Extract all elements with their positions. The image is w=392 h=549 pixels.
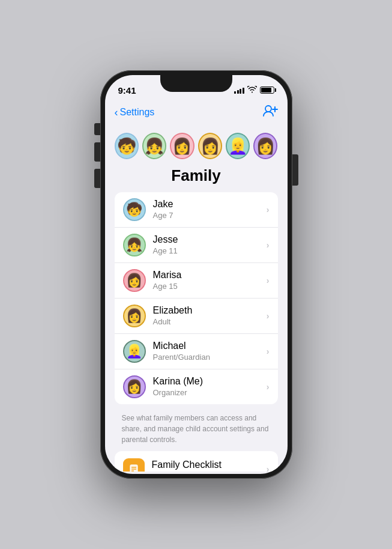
- michael-role: Parent/Guardian: [153, 353, 267, 363]
- karina-info: Karina (Me) Organizer: [153, 375, 267, 398]
- family-members-list: 🧒 Jake Age 7 › 👧 Jesse Age 11 ›: [115, 192, 278, 404]
- jesse-avatar: 👧: [123, 234, 146, 256]
- avatar-row: 🧒 👧 👩 👩 👱‍♀️ 👩: [105, 126, 288, 164]
- back-label: Settings: [120, 107, 155, 118]
- status-icons: [234, 86, 274, 95]
- jake-avatar: 🧒: [123, 198, 146, 221]
- michael-chevron-icon: ›: [267, 347, 270, 356]
- phone-frame: 9:41: [100, 70, 292, 479]
- member-jesse[interactable]: 👧 Jesse Age 11 ›: [115, 228, 278, 263]
- family-checklist-card[interactable]: Family Checklist All set ›: [115, 451, 278, 472]
- elizabeth-chevron-icon: ›: [267, 311, 270, 321]
- family-checklist-name: Family Checklist: [152, 460, 267, 470]
- marisa-role: Age 15: [153, 282, 267, 292]
- family-checklist-sub: All set: [152, 470, 267, 472]
- svg-point-0: [265, 106, 271, 112]
- avatar-jake: 🧒: [115, 133, 139, 159]
- jesse-name: Jesse: [153, 234, 267, 246]
- jake-role: Age 7: [153, 211, 267, 221]
- marisa-chevron-icon: ›: [267, 276, 270, 285]
- avatar-michael: 👱‍♀️: [226, 133, 250, 159]
- scroll-content[interactable]: 🧒 👧 👩 👩 👱‍♀️ 👩 Family 🧒 Jake Age 7 ›: [105, 126, 288, 472]
- phone-screen: 9:41: [105, 75, 288, 474]
- family-checklist-icon: [123, 458, 145, 472]
- volume-down-button: [94, 169, 100, 188]
- elizabeth-role: Adult: [153, 317, 267, 327]
- jake-info: Jake Age 7: [153, 198, 267, 221]
- member-michael[interactable]: 👱‍♀️ Michael Parent/Guardian ›: [115, 334, 278, 369]
- elizabeth-info: Elizabeth Adult: [153, 305, 267, 327]
- michael-name: Michael: [153, 340, 267, 353]
- page-title: Family: [105, 164, 288, 192]
- jesse-info: Jesse Age 11: [153, 234, 267, 256]
- jake-name: Jake: [153, 198, 267, 211]
- avatar-jesse: 👧: [142, 133, 166, 159]
- silent-switch: [94, 123, 100, 135]
- member-jake[interactable]: 🧒 Jake Age 7 ›: [115, 192, 278, 228]
- jake-chevron-icon: ›: [267, 205, 270, 214]
- notch: [160, 75, 232, 92]
- add-family-button[interactable]: [262, 104, 278, 121]
- jesse-chevron-icon: ›: [267, 240, 270, 250]
- jesse-role: Age 11: [153, 246, 267, 256]
- michael-info: Michael Parent/Guardian: [153, 340, 267, 363]
- member-karina[interactable]: 👩 Karina (Me) Organizer ›: [115, 369, 278, 404]
- member-marisa[interactable]: 👩 Marisa Age 15 ›: [115, 263, 278, 299]
- battery-icon: [260, 86, 274, 94]
- marisa-avatar: 👩: [123, 269, 146, 292]
- family-checklist-info: Family Checklist All set: [152, 460, 267, 472]
- avatar-karina: 👩: [253, 133, 277, 159]
- michael-avatar: 👱‍♀️: [123, 340, 146, 363]
- elizabeth-avatar: 👩: [123, 305, 146, 327]
- status-time: 9:41: [118, 85, 136, 96]
- marisa-name: Marisa: [153, 269, 267, 282]
- navigation-bar: ‹ Settings: [105, 102, 288, 126]
- volume-up-button: [94, 142, 100, 162]
- avatar-elizabeth: 👩: [198, 133, 222, 159]
- svg-rect-3: [130, 464, 138, 472]
- family-checklist-chevron-icon: ›: [267, 464, 270, 472]
- marisa-info: Marisa Age 15: [153, 269, 267, 292]
- karina-name: Karina (Me): [153, 375, 267, 388]
- karina-chevron-icon: ›: [267, 382, 270, 392]
- karina-role: Organizer: [153, 388, 267, 398]
- elizabeth-name: Elizabeth: [153, 305, 267, 317]
- avatar-marisa: 👩: [170, 133, 194, 159]
- back-button[interactable]: ‹ Settings: [115, 106, 155, 119]
- signal-icon: [234, 86, 244, 94]
- family-description: See what family members can access and s…: [105, 409, 288, 451]
- wifi-icon: [247, 86, 257, 95]
- family-checklist-item[interactable]: Family Checklist All set ›: [115, 451, 278, 472]
- power-button: [292, 154, 298, 186]
- back-chevron-icon: ‹: [115, 106, 118, 119]
- member-elizabeth[interactable]: 👩 Elizabeth Adult ›: [115, 299, 278, 334]
- karina-avatar: 👩: [123, 375, 146, 398]
